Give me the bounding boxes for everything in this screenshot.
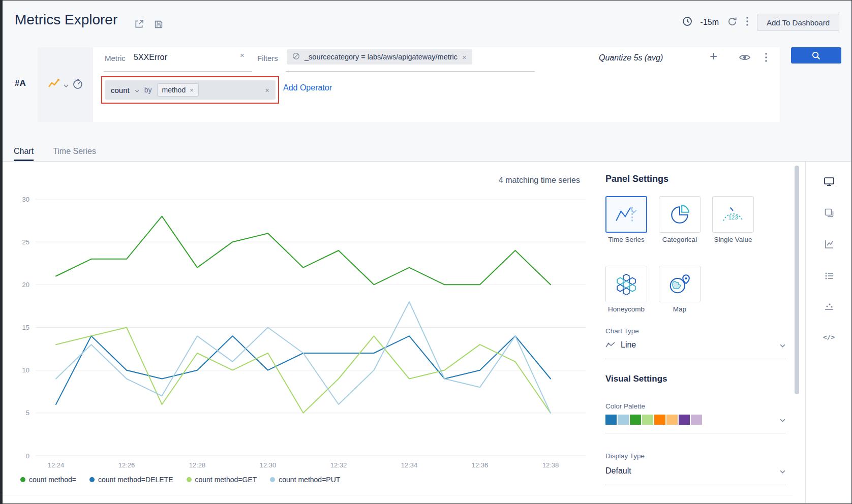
- share-icon[interactable]: [134, 19, 144, 32]
- search-button[interactable]: [791, 47, 841, 64]
- query-visualization-box[interactable]: [38, 47, 93, 122]
- panel-settings-title: Panel Settings: [605, 174, 668, 184]
- tab-chart[interactable]: Chart: [14, 147, 34, 161]
- metric-clear-icon[interactable]: ×: [240, 51, 245, 59]
- legend-item[interactable]: count method=: [20, 476, 76, 484]
- svg-text:5: 5: [26, 409, 29, 417]
- quantize-gauge-icon[interactable]: [72, 78, 83, 91]
- operator-clear-icon[interactable]: ×: [265, 86, 269, 94]
- operator-chip[interactable]: count by method × ×: [105, 80, 276, 100]
- search-icon: [811, 51, 821, 60]
- window-left-edge: [1, 1, 3, 503]
- svg-text:0: 0: [26, 452, 29, 460]
- panel-type-categorical[interactable]: [659, 196, 701, 233]
- panel-type-single-value[interactable]: 123: [712, 196, 754, 233]
- display-type-select[interactable]: Default: [605, 466, 785, 476]
- svg-text:12:30: 12:30: [260, 461, 277, 469]
- operator-field-remove-icon[interactable]: ×: [190, 87, 194, 93]
- chart-type-value: Line: [621, 340, 636, 350]
- palette-swatch: [618, 415, 629, 425]
- visual-settings-title: Visual Settings: [605, 374, 667, 384]
- chart-axes-icon[interactable]: [824, 239, 835, 250]
- operator-chevron-icon[interactable]: [135, 85, 139, 94]
- filter-chip-text: _sourcecategory = labs/aws/apigateway/me…: [305, 53, 458, 61]
- panels-copy-icon[interactable]: [824, 207, 835, 218]
- svg-text:30: 30: [22, 196, 29, 203]
- filters-label: Filters: [257, 54, 278, 62]
- outliers-icon[interactable]: [824, 302, 835, 313]
- legend-item[interactable]: count method=DELETE: [89, 476, 173, 484]
- operator-by-label: by: [144, 86, 152, 94]
- chevron-down-icon: [780, 340, 785, 350]
- code-icon[interactable]: </>: [823, 333, 835, 341]
- operator-name[interactable]: count: [111, 86, 130, 94]
- operator-highlight-annotation: count by method × ×: [101, 76, 279, 104]
- header-kebab-menu-icon[interactable]: [746, 16, 749, 28]
- svg-text:10: 10: [22, 366, 29, 374]
- svg-text:12:24: 12:24: [48, 461, 65, 469]
- legend-label: count method=PUT: [279, 476, 340, 484]
- time-range-clock-icon[interactable]: [682, 16, 692, 28]
- panel-type-map[interactable]: [659, 266, 701, 302]
- chart-legend: count method= count method=DELETE count …: [20, 476, 340, 484]
- legend-list-icon[interactable]: [824, 270, 835, 281]
- filter-chip-remove-icon[interactable]: ×: [462, 53, 467, 61]
- right-toolbar: </>: [805, 162, 852, 503]
- svg-text:123: 123: [728, 214, 738, 220]
- chevron-down-icon[interactable]: [64, 80, 69, 89]
- add-query-button[interactable]: +: [710, 48, 717, 64]
- filter-exclude-icon[interactable]: [292, 52, 300, 61]
- tab-time-series[interactable]: Time Series: [53, 147, 96, 161]
- refresh-icon[interactable]: [727, 16, 738, 29]
- query-kebab-menu-icon[interactable]: [765, 52, 768, 65]
- panel-type-label: Map: [654, 305, 705, 313]
- legend-item[interactable]: count method=PUT: [270, 476, 340, 484]
- legend-item[interactable]: count method=GET: [187, 476, 257, 484]
- panel-type-label: Single Value: [708, 236, 758, 243]
- legend-color-dot: [187, 477, 192, 482]
- palette-swatch: [691, 415, 702, 425]
- panel-type-label: Categorical: [654, 236, 705, 243]
- metric-input-underline: [104, 71, 252, 72]
- honeycomb-icon: [615, 273, 638, 295]
- svg-text:12:26: 12:26: [118, 461, 135, 469]
- palette-swatch: [642, 415, 653, 425]
- palette-swatch: [679, 415, 690, 425]
- visibility-eye-icon[interactable]: [739, 53, 751, 64]
- svg-text:12:32: 12:32: [330, 461, 347, 469]
- add-to-dashboard-button[interactable]: Add To Dashboard: [757, 14, 839, 31]
- metric-input[interactable]: 5XXError: [134, 53, 167, 62]
- metrics-line-chart[interactable]: 05101520253012:2412:2612:2812:3012:3212:…: [15, 169, 595, 474]
- legend-label: count method=DELETE: [98, 476, 173, 484]
- add-operator-link[interactable]: Add Operator: [283, 83, 332, 92]
- filter-chip[interactable]: _sourcecategory = labs/aws/apigateway/me…: [287, 49, 472, 65]
- panel-type-label: Time Series: [601, 236, 652, 243]
- panel-type-time-series[interactable]: [605, 196, 647, 233]
- legend-color-dot: [20, 477, 25, 482]
- legend-color-dot: [89, 477, 95, 482]
- single-value-gauge-icon: 123: [720, 205, 746, 224]
- display-type-value: Default: [605, 466, 631, 476]
- display-monitor-icon[interactable]: [824, 176, 835, 187]
- color-palette-select[interactable]: [605, 415, 785, 425]
- query-card: Metric 5XXError × Filters _sourcecategor…: [38, 47, 780, 122]
- time-range-value[interactable]: -15m: [701, 18, 719, 27]
- line-chart-mini-icon: [605, 341, 616, 349]
- vertical-scrollbar[interactable]: [795, 166, 799, 394]
- palette-swatch: [654, 415, 665, 425]
- query-row-label: #A: [15, 78, 26, 88]
- legend-label: count method=: [29, 476, 76, 484]
- chart-type-select[interactable]: Line: [605, 340, 785, 350]
- categorical-pie-icon: [669, 204, 690, 225]
- operator-field-chip[interactable]: method ×: [157, 83, 199, 97]
- page-title: Metrics Explorer: [15, 12, 117, 28]
- color-palette-label: Color Palette: [605, 402, 645, 410]
- filters-input-underline: [286, 71, 535, 72]
- svg-text:12:36: 12:36: [472, 461, 489, 469]
- palette-swatch: [630, 415, 641, 425]
- panel-type-honeycomb[interactable]: [605, 266, 647, 302]
- metrics-chart-icon[interactable]: [48, 78, 60, 92]
- save-icon[interactable]: [154, 19, 164, 32]
- content-area: 4 matching time series 05101520253012:24…: [1, 162, 851, 503]
- legend-color-dot: [270, 477, 275, 482]
